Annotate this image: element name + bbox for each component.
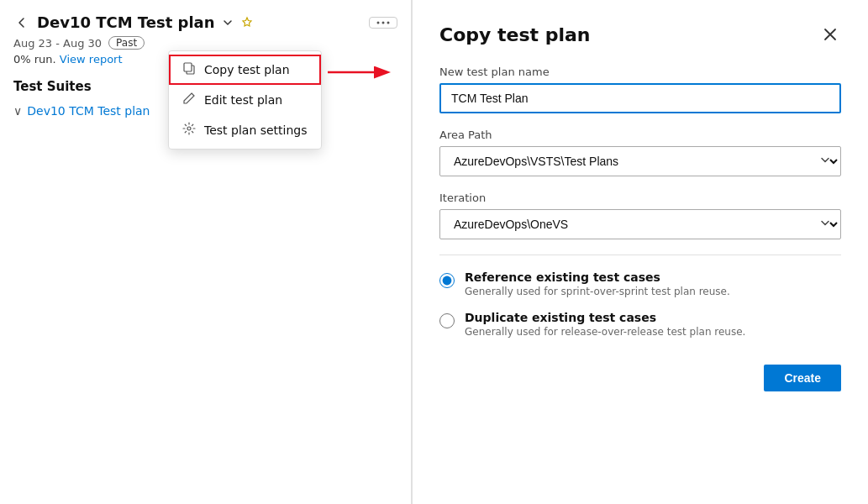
iteration-group: Iteration AzureDevOps\OneVS <box>439 192 841 239</box>
right-panel: Copy test plan New test plan name Area P… <box>412 0 868 504</box>
new-plan-name-group: New test plan name <box>439 66 841 113</box>
footer-row: Create <box>439 365 841 391</box>
duplicate-radio[interactable] <box>439 313 455 328</box>
area-path-select[interactable]: AzureDevOps\VSTS\Test Plans <box>439 146 841 176</box>
back-button[interactable] <box>13 14 30 31</box>
reference-radio[interactable] <box>439 273 455 288</box>
radio-group: Reference existing test cases Generally … <box>439 270 841 338</box>
reference-label-group: Reference existing test cases Generally … <box>465 270 730 297</box>
area-path-select-wrapper: AzureDevOps\VSTS\Test Plans <box>439 146 841 176</box>
header-row: Dev10 TCM Test plan <box>13 13 397 31</box>
svg-point-2 <box>387 21 390 24</box>
close-button[interactable] <box>819 24 841 45</box>
iteration-label: Iteration <box>439 192 841 204</box>
edit-icon <box>182 92 196 108</box>
reference-label[interactable]: Reference existing test cases <box>465 270 730 284</box>
copy-test-plan-menu-item[interactable]: Copy test plan <box>169 55 321 85</box>
area-path-label: Area Path <box>439 129 841 141</box>
dropdown-menu: Copy test plan Edit test plan Test plan … <box>168 50 322 150</box>
svg-point-5 <box>187 127 191 130</box>
date-range: Aug 23 - Aug 30 <box>13 37 102 50</box>
reference-desc: Generally used for sprint-over-sprint te… <box>465 286 730 297</box>
divider <box>439 255 841 255</box>
new-plan-name-label: New test plan name <box>439 66 841 78</box>
iteration-select-wrapper: AzureDevOps\OneVS <box>439 209 841 239</box>
plan-title: Dev10 TCM Test plan <box>37 13 215 31</box>
copy-icon <box>182 61 196 78</box>
star-icon[interactable] <box>240 16 254 29</box>
radio-duplicate-item: Duplicate existing test cases Generally … <box>439 311 841 338</box>
more-options-button[interactable] <box>369 17 397 29</box>
duplicate-label-group: Duplicate existing test cases Generally … <box>465 311 745 338</box>
past-badge: Past <box>108 36 145 50</box>
view-report-link[interactable]: View report <box>60 53 123 66</box>
duplicate-label[interactable]: Duplicate existing test cases <box>465 311 745 324</box>
area-path-group: Area Path AzureDevOps\VSTS\Test Plans <box>439 129 841 176</box>
iteration-select[interactable]: AzureDevOps\OneVS <box>439 209 841 239</box>
test-plan-settings-menu-item[interactable]: Test plan settings <box>169 115 321 145</box>
svg-point-0 <box>377 21 380 24</box>
create-button[interactable]: Create <box>764 365 841 391</box>
new-plan-name-input[interactable] <box>439 83 841 113</box>
edit-test-plan-menu-item[interactable]: Edit test plan <box>169 85 321 115</box>
svg-point-1 <box>382 21 385 24</box>
duplicate-desc: Generally used for release-over-release … <box>465 326 745 338</box>
settings-icon <box>182 122 196 139</box>
radio-reference-item: Reference existing test cases Generally … <box>439 270 841 297</box>
edit-test-plan-label: Edit test plan <box>204 93 282 107</box>
panel-title: Copy test plan <box>439 24 591 45</box>
arrow-indicator <box>328 60 395 90</box>
left-panel: Dev10 TCM Test plan Aug 23 - Aug 30 Past… <box>0 0 412 504</box>
suite-name[interactable]: Dev10 TCM Test plan <box>27 104 150 118</box>
panel-header: Copy test plan <box>439 24 841 45</box>
suite-chevron-icon: ∨ <box>13 104 22 118</box>
date-row: Aug 23 - Aug 30 Past <box>13 36 397 50</box>
test-plan-settings-label: Test plan settings <box>204 123 308 137</box>
svg-rect-4 <box>184 63 192 71</box>
chevron-down-icon[interactable] <box>222 17 234 29</box>
copy-test-plan-label: Copy test plan <box>204 63 290 76</box>
run-percent: 0% run. <box>13 53 56 66</box>
